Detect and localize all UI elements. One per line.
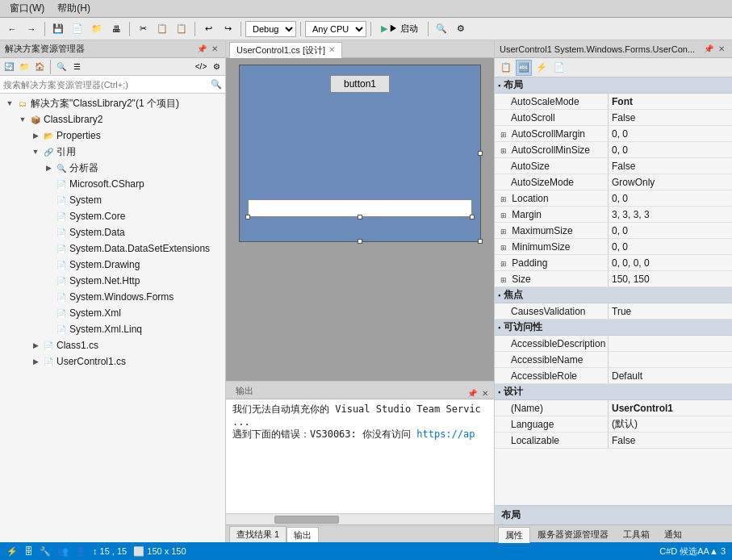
se-toolbar-props[interactable]: ⚙ <box>209 60 224 74</box>
props-sort-category-btn[interactable]: 📋 <box>498 60 514 76</box>
output-pin-btn[interactable]: 📌 <box>466 387 478 399</box>
props-pages-btn[interactable]: 📄 <box>551 60 567 76</box>
prop-row-autosizemode[interactable]: AutoSizeMode GrowOnly <box>495 174 732 190</box>
run-button[interactable]: ▶ ▶ 启动 <box>375 20 424 37</box>
toolbar-extra2[interactable]: ⚙ <box>452 20 470 38</box>
prop-row-margin[interactable]: ⊞ Margin 3, 3, 3, 3 <box>495 207 732 223</box>
prop-row-autoscrollmargin[interactable]: ⊞ AutoScrollMargin 0, 0 <box>495 126 732 142</box>
prop-name-margin: ⊞ Margin <box>495 209 608 220</box>
prop-row-localizable[interactable]: Localizable False <box>495 433 732 449</box>
output-hscroll-thumb[interactable] <box>274 516 339 524</box>
cpu-select[interactable]: Any CPU <box>305 21 366 37</box>
se-toolbar-btn5[interactable]: ☰ <box>69 60 84 74</box>
resize-handle-bm[interactable] <box>358 215 362 219</box>
prop-row-accessibledesc[interactable]: AccessibleDescription <box>495 336 732 352</box>
toolbar-undo[interactable]: ↩ <box>199 20 217 38</box>
tree-item-system-net-http[interactable]: ▶ 📄 System.Net.Http <box>0 273 225 289</box>
toolbar-save-all[interactable]: 💾 <box>49 20 67 38</box>
toolbar-extra1[interactable]: 🔍 <box>433 20 450 38</box>
tree-item-system-data-ext[interactable]: ▶ 📄 System.Data.DataSetExtensions <box>0 240 225 257</box>
props-sort-alpha-btn[interactable]: 🔤 <box>516 60 532 76</box>
close-panel-btn[interactable]: ✕ <box>209 44 220 55</box>
props-events-btn[interactable]: ⚡ <box>533 60 550 76</box>
right-tab-notifications[interactable]: 通知 <box>657 526 689 542</box>
toolbar-paste[interactable]: 📋 <box>173 20 190 38</box>
resize-handle-surface-br[interactable] <box>478 239 483 244</box>
designer-surface[interactable]: button1 <box>239 65 481 242</box>
tree-item-microsoft-csharp[interactable]: ▶ 📄 Microsoft.CSharp <box>0 176 225 192</box>
toolbar-redo[interactable]: ↪ <box>219 20 236 38</box>
output-tab-output-label: 输出 <box>294 529 312 541</box>
tree-item-system-xml[interactable]: ▶ 📄 System.Xml <box>0 305 225 321</box>
solution-explorer-title-bar: 解决方案资源管理器 📌 ✕ <box>0 40 225 58</box>
tree-item-system-xml-linq[interactable]: ▶ 📄 System.Xml.Linq <box>0 321 225 337</box>
tree-item-system-winforms[interactable]: ▶ 📄 System.Windows.Forms <box>0 289 225 305</box>
resize-handle-surface-bm[interactable] <box>358 239 362 244</box>
right-tab-properties[interactable]: 属性 <box>498 527 530 543</box>
prop-category-design[interactable]: ▪ 设计 <box>495 384 732 400</box>
tree-item-classlibrary2[interactable]: ▼ 📦 ClassLibrary2 <box>0 111 225 127</box>
toolbar-forward[interactable]: → <box>23 20 40 38</box>
props-close-btn[interactable]: ✕ <box>716 44 727 55</box>
se-toolbar-btn3[interactable]: 🏠 <box>32 60 47 74</box>
prop-row-size[interactable]: ⊞ Size 150, 150 <box>495 271 732 287</box>
resize-handle-bl[interactable] <box>245 215 250 219</box>
output-close-btn[interactable]: ✕ <box>479 387 491 399</box>
prop-row-autoscroll[interactable]: AutoScroll False <box>495 110 732 126</box>
tree-item-system-drawing[interactable]: ▶ 📄 System.Drawing <box>0 257 225 273</box>
prop-value-minimumsize: 0, 0 <box>608 239 732 254</box>
right-tab-toolbox[interactable]: 工具箱 <box>616 526 657 542</box>
prop-row-autoscrollminsize[interactable]: ⊞ AutoScrollMinSize 0, 0 <box>495 142 732 158</box>
tree-item-analyzer[interactable]: ▶ 🔍 分析器 <box>0 160 225 176</box>
prop-row-causesvalidation[interactable]: CausesValidation True <box>495 303 732 320</box>
tree-item-class1[interactable]: ▶ 📄 Class1.cs <box>0 337 225 353</box>
menu-help[interactable]: 帮助(H) <box>51 0 97 17</box>
toolbar-back[interactable]: ← <box>3 20 21 38</box>
output-tab-output[interactable]: 输出 <box>287 527 319 542</box>
prop-row-maximumsize[interactable]: ⊞ MaximumSize 0, 0 <box>495 223 732 239</box>
tree-item-system[interactable]: ▶ 📄 System <box>0 192 225 208</box>
search-input[interactable] <box>3 80 211 90</box>
se-toolbar-btn1[interactable]: 🔄 <box>2 60 16 74</box>
props-pin-btn[interactable]: 📌 <box>703 44 714 55</box>
prop-row-accessiblename[interactable]: AccessibleName <box>495 352 732 368</box>
prop-category-focus[interactable]: ▪ 焦点 <box>495 287 732 303</box>
prop-category-accessibility[interactable]: ▪ 可访问性 <box>495 320 732 336</box>
tab-close-icon[interactable]: ✕ <box>328 46 335 54</box>
prop-row-accessiblerole[interactable]: AccessibleRole Default <box>495 368 732 384</box>
se-toolbar-btn2[interactable]: 📁 <box>17 60 31 74</box>
prop-row-minimumsize[interactable]: ⊞ MinimumSize 0, 0 <box>495 239 732 255</box>
prop-row-autosize[interactable]: AutoSize False <box>495 158 732 174</box>
output-line2-link[interactable]: https://ap <box>416 428 475 440</box>
resize-handle-surface-mr[interactable] <box>478 151 483 156</box>
tree-item-references[interactable]: ▼ 🔗 引用 <box>0 144 225 160</box>
toolbar-new[interactable]: 📄 <box>69 20 86 38</box>
tree-item-system-core[interactable]: ▶ 📄 System.Core <box>0 208 225 224</box>
prop-row-padding[interactable]: ⊞ Padding 0, 0, 0, 0 <box>495 255 732 271</box>
tree-item-solution[interactable]: ▼ 🗂 解决方案"ClassLibrary2"(1 个项目) <box>0 95 225 111</box>
tree-item-usercontrol1[interactable]: ▶ 📄 UserControl1.cs <box>0 353 225 370</box>
prop-row-name[interactable]: (Name) UserControl1 <box>495 400 732 416</box>
toolbar-cut[interactable]: ✂ <box>134 20 152 38</box>
toolbar-print[interactable]: 🖶 <box>107 20 125 38</box>
prop-row-language[interactable]: Language (默认) <box>495 416 732 433</box>
se-toolbar-code[interactable]: </> <box>194 60 208 74</box>
main-layout: 解决方案资源管理器 📌 ✕ 🔄 📁 🏠 🔍 ☰ </> ⚙ 🔍 ▼ � <box>0 40 732 542</box>
se-toolbar-btn4[interactable]: 🔍 <box>54 60 69 74</box>
toolbar-open[interactable]: 📁 <box>88 20 106 38</box>
designer-tab-usercontrol1[interactable]: UserControl1.cs [设计] ✕ <box>229 42 342 58</box>
toolbar-copy[interactable]: 📋 <box>153 20 171 38</box>
prop-row-location[interactable]: ⊞ Location 0, 0 <box>495 190 732 207</box>
prop-category-layout[interactable]: ▪ 布局 <box>495 77 732 94</box>
right-tab-server-explorer[interactable]: 服务器资源管理器 <box>530 526 616 542</box>
designer-button1[interactable]: button1 <box>330 75 390 93</box>
output-tab-findresults[interactable]: 查找结果 1 <box>229 526 287 542</box>
pin-icon-btn[interactable]: 📌 <box>196 44 207 55</box>
resize-handle-br[interactable] <box>470 215 475 219</box>
menu-window[interactable]: 窗口(W) <box>3 0 51 17</box>
prop-row-autoscalemode[interactable]: AutoScaleMode Font <box>495 94 732 110</box>
tree-item-properties[interactable]: ▶ 📂 Properties <box>0 127 225 144</box>
designer-area[interactable]: button1 <box>226 58 494 381</box>
tree-item-system-data[interactable]: ▶ 📄 System.Data <box>0 224 225 240</box>
debug-mode-select[interactable]: Debug <box>245 21 296 37</box>
